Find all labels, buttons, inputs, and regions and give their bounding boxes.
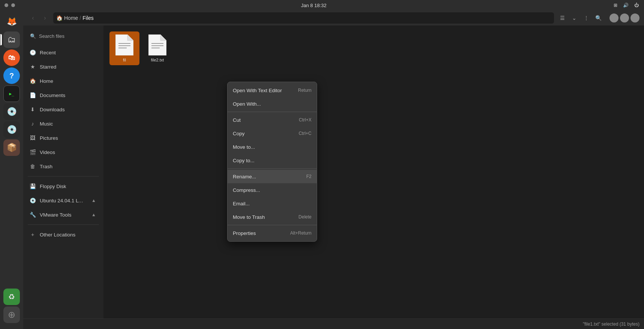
starred-icon: ★ (29, 63, 36, 70)
app-terminal[interactable]: ▶_ (3, 85, 20, 102)
app-help[interactable]: ? (3, 67, 20, 84)
breadcrumb-home[interactable]: 🏠 Home (56, 15, 78, 21)
sidebar-item-trash[interactable]: 🗑 Trash (25, 160, 102, 173)
copy-shortcut: Ctrl+C (299, 131, 312, 136)
context-divider-3 (228, 225, 317, 225)
nav-buttons: ‹ › (28, 13, 50, 23)
sidebar-item-music[interactable]: ♪ Music (25, 117, 102, 130)
recent-icon: 🕐 (29, 49, 36, 56)
sidebar-item-other-locations[interactable]: + Other Locations (25, 228, 102, 241)
other-locations-icon: + (29, 231, 36, 238)
search-icon: 🔍 (30, 33, 36, 39)
context-properties[interactable]: Properties Alt+Return (228, 226, 317, 240)
home-label: Home (40, 78, 53, 84)
sidebar-item-downloads[interactable]: ⬇ Downloads (25, 103, 102, 116)
ubuntu-eject-button[interactable]: ▲ (90, 197, 97, 204)
music-label: Music (40, 121, 53, 127)
file-item-file2[interactable]: file2.txt (142, 31, 172, 65)
sidebar-search-button[interactable]: 🔍 Search files (26, 30, 100, 42)
context-compress[interactable]: Compress... (228, 183, 317, 197)
copy-to-label: Copy to... (233, 158, 255, 163)
app-archive[interactable]: 📦 (3, 139, 20, 156)
context-cut[interactable]: Cut Ctrl+X (228, 113, 317, 127)
nav-back-button[interactable]: ‹ (28, 13, 38, 23)
move-to-trash-shortcut: Delete (298, 214, 312, 220)
file-area: fil file2.txt (103, 25, 644, 319)
context-move-to[interactable]: Move to... (228, 140, 317, 154)
svg-marker-6 (160, 34, 166, 40)
file-icon-file1 (115, 34, 133, 55)
vmware-icon: 🔧 (29, 211, 36, 218)
view-toggle-button[interactable]: ⌄ (569, 13, 580, 23)
cut-label: Cut (233, 117, 241, 123)
app-files[interactable]: 🗂 (3, 31, 20, 48)
network-icon[interactable]: ⊞ (613, 2, 619, 8)
window-minimize-button[interactable]: — (610, 13, 619, 22)
context-email[interactable]: Email... (228, 197, 317, 210)
starred-label: Starred (40, 64, 56, 70)
title-bar-actions: ☰ ⌄ ⋮ 🔍 (557, 13, 604, 23)
ubuntu-disk-icon: 💿 (29, 197, 36, 204)
app-recycle[interactable]: ♻ (3, 289, 20, 305)
window-close-button[interactable]: ✕ (631, 13, 640, 22)
show-applications-button[interactable]: ⊕ (3, 307, 20, 323)
power-icon[interactable]: ⏻ (634, 2, 640, 8)
sidebar-item-pictures[interactable]: 🖼 Pictures (25, 131, 102, 145)
context-menu: Open With Text Editor Return Open With..… (227, 82, 317, 242)
music-icon: ♪ (29, 120, 36, 127)
pictures-label: Pictures (40, 135, 58, 141)
context-copy-to[interactable]: Copy to... (228, 154, 317, 167)
vmware-label: VMware Tools (40, 212, 86, 218)
context-open-text-editor[interactable]: Open With Text Editor Return (228, 84, 317, 97)
sidebar-item-ubuntu[interactable]: 💿 Ubuntu 24.04.1 LTS ... ▲ (25, 194, 102, 207)
vmware-eject-button[interactable]: ▲ (90, 211, 97, 218)
app-disk2[interactable]: 💿 (3, 121, 20, 138)
nav-forward-button[interactable]: › (40, 13, 50, 23)
context-move-to-trash[interactable]: Move to Trash Delete (228, 210, 317, 224)
move-to-label: Move to... (233, 144, 255, 150)
context-open-with[interactable]: Open With... (228, 97, 317, 111)
app-disk[interactable]: 💿 (3, 103, 20, 120)
file-icon-file2 (148, 34, 166, 55)
system-datetime: Jan 8 18:32 (301, 3, 326, 8)
sidebar-item-vmware[interactable]: 🔧 VMware Tools ▲ (25, 208, 102, 221)
cut-shortcut: Ctrl+X (299, 117, 312, 123)
floppy-icon: 💾 (29, 183, 36, 190)
app-launcher-bottom: ♻ ⊕ (3, 289, 20, 323)
view-list-button[interactable]: ☰ (557, 13, 568, 23)
sidebar-item-floppy[interactable]: 💾 Floppy Disk (25, 179, 102, 193)
pictures-icon: 🖼 (29, 135, 36, 141)
other-locations-label: Other Locations (40, 232, 75, 238)
sidebar-item-starred[interactable]: ★ Starred (25, 60, 102, 73)
sound-icon[interactable]: 🔊 (623, 2, 629, 8)
documents-icon: 📄 (29, 92, 36, 99)
window-maximize-button[interactable]: □ (620, 13, 629, 22)
app-firefox[interactable]: 🦊 (3, 13, 20, 30)
videos-label: Videos (40, 150, 55, 155)
svg-marker-1 (127, 34, 133, 40)
status-text: "file1.txt" selected (31 bytes) (583, 322, 640, 327)
home-icon: 🏠 (56, 15, 63, 21)
open-text-editor-shortcut: Return (298, 88, 312, 93)
sidebar-item-videos[interactable]: 🎬 Videos (25, 145, 102, 159)
app-launcher: 🦊 🗂 🛍 ? ▶_ 💿 💿 📦 ♻ ⊕ (0, 10, 23, 329)
sidebar-item-documents[interactable]: 📄 Documents (25, 88, 102, 102)
title-bar: ‹ › 🏠 Home / Files ☰ ⌄ ⋮ 🔍 — □ ✕ (23, 10, 644, 25)
context-copy[interactable]: Copy Ctrl+C (228, 127, 317, 140)
search-button[interactable]: 🔍 (593, 13, 604, 23)
properties-label: Properties (233, 230, 256, 236)
move-to-trash-label: Move to Trash (233, 214, 265, 220)
file-item-file1[interactable]: fil (109, 31, 139, 65)
sidebar-divider-2 (28, 224, 99, 225)
more-options-button[interactable]: ⋮ (581, 13, 592, 23)
sidebar-item-recent[interactable]: 🕐 Recent (25, 46, 102, 59)
rename-label: Rename... (233, 174, 256, 179)
trash-icon: 🗑 (29, 163, 36, 170)
app-ubuntu-software[interactable]: 🛍 (3, 49, 20, 66)
context-rename[interactable]: Rename... F2 (228, 170, 317, 183)
context-divider-2 (228, 168, 317, 169)
sidebar-divider-1 (28, 176, 99, 176)
system-indicator-dot (4, 3, 8, 7)
system-bar: Jan 8 18:32 ⊞ 🔊 ⏻ (0, 0, 644, 10)
sidebar-item-home[interactable]: 🏠 Home (25, 74, 102, 88)
